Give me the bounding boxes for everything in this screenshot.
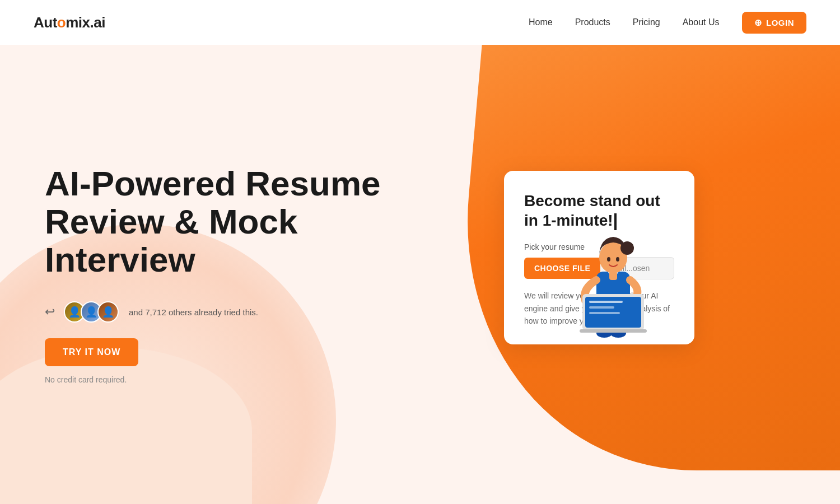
social-proof: ↩ 👤 👤 👤 and 7,712 others already tried t… [45, 301, 392, 323]
svg-point-16 [607, 257, 610, 262]
login-label: LOGIN [766, 18, 794, 27]
navbar: Automix.ai Home Products Pricing About U… [0, 0, 840, 45]
nav-home[interactable]: Home [529, 17, 553, 27]
svg-rect-18 [609, 272, 617, 280]
avatars: 👤 👤 👤 [64, 301, 119, 323]
login-button[interactable]: ⊕ LOGIN [742, 12, 807, 34]
svg-rect-10 [589, 301, 623, 303]
try-it-now-button[interactable]: TRY IT NOW [45, 338, 138, 366]
svg-rect-12 [589, 312, 620, 314]
woman-svg [566, 210, 678, 344]
hero-title: AI-Powered Resume Review & Mock Intervie… [45, 165, 392, 279]
resume-card: Become stand out in 1-minute! Pick your … [504, 171, 694, 344]
svg-point-17 [616, 257, 619, 262]
svg-point-15 [620, 241, 634, 255]
svg-rect-11 [589, 306, 614, 309]
svg-rect-13 [580, 329, 647, 333]
woman-illustration [566, 210, 678, 344]
hero-section: AI-Powered Resume Review & Mock Intervie… [0, 45, 840, 504]
no-credit-text: No credit card required. [45, 375, 392, 384]
hero-left: AI-Powered Resume Review & Mock Intervie… [45, 165, 392, 385]
login-icon: ⊕ [754, 17, 762, 28]
avatar-3: 👤 [97, 301, 119, 323]
nav-about[interactable]: About Us [683, 17, 720, 27]
social-proof-text: and 7,712 others already tried this. [129, 307, 258, 317]
nav-links: Home Products Pricing About Us ⊕ LOGIN [529, 12, 806, 34]
hero-content: AI-Powered Resume Review & Mock Intervie… [0, 45, 840, 504]
logo[interactable]: Automix.ai [34, 14, 105, 31]
nav-pricing[interactable]: Pricing [633, 17, 660, 27]
arrow-icon: ↩ [45, 305, 55, 319]
nav-products[interactable]: Products [575, 17, 610, 27]
